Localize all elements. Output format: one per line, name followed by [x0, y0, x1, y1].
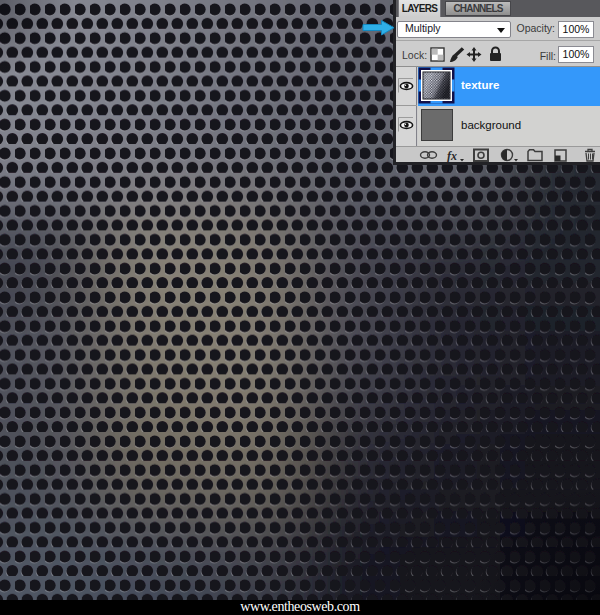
svg-text:fx: fx — [447, 149, 457, 163]
